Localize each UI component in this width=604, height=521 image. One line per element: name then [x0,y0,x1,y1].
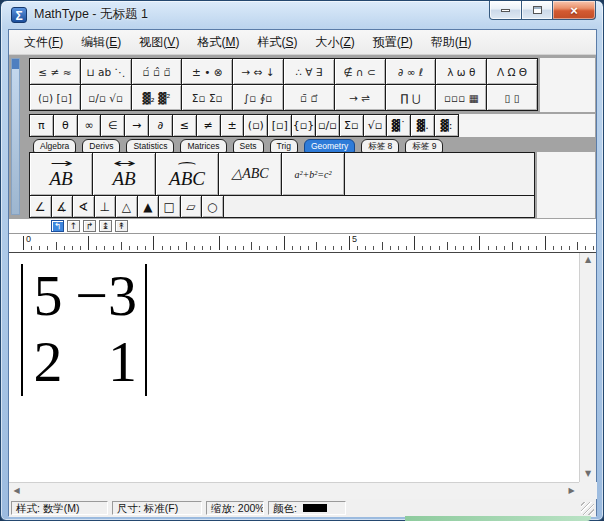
sym-plus-minus[interactable]: ± [221,115,245,136]
ruler-tab-stop-right[interactable]: ↱ [83,220,96,232]
scroll-left-icon[interactable]: ◀ [9,484,24,499]
template-integrals[interactable]: ∫▫ ∮▫ [233,85,284,110]
template-matrices[interactable]: ▫▫▫ ▦ [436,85,487,110]
geo-angle-slash-icon[interactable]: ∢ [73,196,95,217]
vector-arrow-accent-icon: → [49,159,72,168]
ruler-tab-stop-left[interactable]: ↰ [51,220,64,232]
geo-circle-icon[interactable]: ○ [202,196,224,217]
geo-parallelogram-icon[interactable]: ▱ [181,196,203,217]
palette-misc-symbols[interactable]: ∂ ∞ ℓ [386,59,437,84]
matrix-cell-1-2[interactable]: −3 [73,264,145,330]
tab-trig[interactable]: Trig [270,139,298,153]
template-products-unions[interactable]: ∏ ⋃ [386,85,437,110]
tmpl-subscript[interactable]: ▓. [411,115,435,136]
palette-greek-lowercase[interactable]: λ ω θ [436,59,487,84]
menu-item-edit[interactable]: 编辑(E) [72,30,130,54]
tab-algebra[interactable]: Algebra [33,139,76,153]
palette-greek-uppercase[interactable]: Λ Ω Θ [487,59,537,84]
tmpl-superscript[interactable]: ▓˙ [387,115,411,136]
menu-item-help[interactable]: 帮助(H) [422,30,481,54]
tmpl-radical[interactable]: √▫ [364,115,388,136]
geo-square-icon[interactable]: □ [159,196,181,217]
geo-triangle-filled-icon[interactable]: ▲ [138,196,160,217]
tab-matrices[interactable]: Matrices [180,139,226,153]
tmpl-sub-superscript[interactable]: ▓: [435,115,458,136]
scroll-down-icon[interactable]: ▼ [581,467,596,482]
matrix-cell-1-1[interactable]: 5 [23,264,73,330]
equation-canvas[interactable]: 5 −3 2 1 [9,252,596,482]
menu-item-size[interactable]: 大小(Z) [306,30,363,54]
ruler[interactable]: 0 5 [9,234,596,252]
palette-arrow-symbols[interactable]: → ⇔ ↓ [233,59,284,84]
minimize-button[interactable] [489,1,522,20]
palette-embellishments[interactable]: ▫́ ▫̂ ▫̈ [132,59,183,84]
template-sums[interactable]: Σ▫ Σ▫ [182,85,233,110]
pythagorean-label: a²+b²=c² [295,168,332,181]
determinant-matrix[interactable]: 5 −3 2 1 [21,264,147,396]
btn-vector-ab[interactable]: → AB [30,153,93,195]
sym-less-or-equal[interactable]: ≤ [173,115,197,136]
template-bars-arrows[interactable]: ▫̄ ▫⃗ [284,85,335,110]
scroll-right-icon[interactable]: ▶ [564,484,579,499]
tmpl-sum[interactable]: Σ▫ [340,115,364,136]
sym-partial[interactable]: ∂ [149,115,173,136]
tmpl-parentheses[interactable]: (▫) [244,115,268,136]
tab-custom-9[interactable]: 标签 9 [405,139,443,153]
tab-geometry[interactable]: Geometry [304,139,355,153]
matrix-cell-2-1[interactable]: 2 [23,330,73,396]
ruler-tab-stop-center[interactable]: ↑ [67,220,80,232]
btn-arc-abc[interactable]: ⌢ ABC [156,153,219,195]
geo-measured-angle-icon[interactable]: ∡ [52,196,74,217]
template-fractions-radicals[interactable]: ▫/▫ √▫ [81,85,132,110]
palette-set-theory-symbols[interactable]: ∉ ∩ ⊂ [335,59,386,84]
palette-tab-bar: Algebra Derivs Statistics Matrices Sets … [33,138,443,153]
app-logo-icon: Σ [11,7,27,23]
palette-logic-symbols[interactable]: ∴ ∀ ∃ [284,59,335,84]
template-labeled-arrows[interactable]: → ⇌ [335,85,386,110]
tmpl-braces[interactable]: {▫} [292,115,316,136]
mathtype-window: Σ MathType - 无标题 1 × 文件(F) 编辑(E) 视图(V) 格… [0,0,604,521]
segment-ab-label: AB [112,168,135,189]
ruler-tab-stop-decimal[interactable]: ↨ [99,220,112,232]
tab-sets[interactable]: Sets [233,139,264,153]
sym-right-arrow[interactable]: → [125,115,149,136]
toolbar-drag-handle[interactable] [11,58,20,215]
palette-spaces-ellipses[interactable]: ⊔ ab ⋱ [81,59,132,84]
menu-item-file[interactable]: 文件(F) [15,30,72,54]
maximize-button[interactable] [522,1,552,20]
status-size: 尺寸: 标准(F) [112,501,202,515]
close-button[interactable]: × [552,1,596,20]
tab-statistics[interactable]: Statistics [126,139,174,153]
determinant-bar-right [145,264,147,396]
btn-segment-ab[interactable]: ↔ AB [93,153,156,195]
sym-pi[interactable]: π [30,115,54,136]
palette-relational-symbols[interactable]: ≤ ≠ ≈ [30,59,81,84]
sym-not-equal[interactable]: ≠ [197,115,221,136]
template-scripts[interactable]: ▓₂ ▓² [132,85,183,110]
menu-item-format[interactable]: 格式(M) [188,30,248,54]
btn-pythagorean-identity[interactable]: a²+b²=c² [282,153,345,195]
vertical-scrollbar[interactable]: ▲ ▼ [579,253,596,482]
matrix-cell-2-2[interactable]: 1 [73,330,145,396]
btn-triangle-abc[interactable]: △ABC [219,153,282,195]
horizontal-scrollbar[interactable]: ◀ ▶ [9,482,579,499]
sym-infinity[interactable]: ∞ [78,115,102,136]
geo-angle-icon[interactable]: ∠ [30,196,52,217]
tab-custom-8[interactable]: 标签 8 [361,139,399,153]
tab-derivs[interactable]: Derivs [82,139,120,153]
menu-item-style[interactable]: 样式(S) [248,30,306,54]
ruler-tab-stop-bar[interactable]: ↟ [115,220,128,232]
menu-item-preferences[interactable]: 预置(P) [364,30,422,54]
template-fences[interactable]: (▫) [▫] [30,85,81,110]
palette-operator-symbols[interactable]: ± • ⊗ [182,59,233,84]
resize-grip[interactable] [581,502,594,515]
template-boxes[interactable]: ▯ ▯ [487,85,537,110]
sym-element-of[interactable]: ∈ [101,115,125,136]
scroll-up-icon[interactable]: ▲ [581,253,596,268]
menu-item-view[interactable]: 视图(V) [130,30,188,54]
sym-theta[interactable]: θ [54,115,78,136]
geo-perpendicular-icon[interactable]: ⊥ [95,196,117,217]
tmpl-brackets[interactable]: [▫] [268,115,292,136]
tmpl-fraction[interactable]: ▫/▫ [316,115,340,136]
geo-triangle-outline-icon[interactable]: △ [116,196,138,217]
